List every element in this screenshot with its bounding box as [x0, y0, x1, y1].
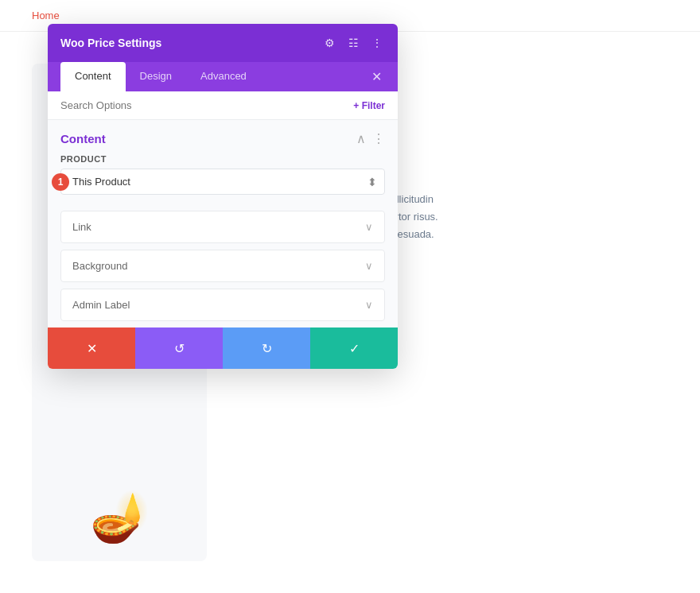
redo-button[interactable]: ↻ [223, 328, 310, 369]
modal-body: + Filter Content ∧ ⋮ Product 1 This Prod… [48, 91, 398, 328]
tab-design[interactable]: Design [126, 62, 186, 91]
product-field-label: Product [60, 154, 385, 164]
accordion-background-label: Background [72, 260, 127, 272]
home-link[interactable]: Home [32, 10, 60, 21]
section-title: Content [60, 132, 106, 145]
settings-modal: Woo Price Settings ⚙ ☷ ⋮ Content Design … [48, 24, 398, 369]
tab-content[interactable]: Content [60, 62, 126, 91]
accordion-link: Link ∨ [60, 211, 385, 243]
content-section-header: Content ∧ ⋮ [48, 120, 398, 154]
tab-advanced[interactable]: Advanced [186, 62, 261, 91]
undo-icon: ↺ [174, 341, 185, 356]
accordion-admin-label-arrow: ∨ [365, 299, 373, 311]
accordion-background-arrow: ∨ [365, 260, 373, 272]
collapse-icon[interactable]: ∧ [356, 131, 366, 146]
accordion-link-header[interactable]: Link ∨ [61, 211, 384, 242]
modal-footer: ✕ ↺ ↻ ✓ [48, 328, 398, 369]
cancel-icon: ✕ [87, 341, 97, 356]
modal-title: Woo Price Settings [60, 37, 161, 49]
save-icon: ✓ [349, 341, 360, 356]
accordion-list: Link ∨ Background ∨ Admin Label ∨ [48, 211, 398, 328]
accordion-link-label: Link [72, 221, 91, 233]
modal-tabs: Content Design Advanced ✕ [48, 62, 398, 91]
settings-icon[interactable]: ⚙ [321, 35, 337, 51]
accordion-link-arrow: ∨ [365, 221, 373, 233]
accordion-admin-label: Admin Label ∨ [60, 289, 385, 321]
search-bar: + Filter [48, 91, 398, 120]
accordion-admin-label-text: Admin Label [72, 299, 130, 311]
header-icons: ⚙ ☷ ⋮ [321, 35, 385, 51]
product-field-group: Product 1 This Product ⬍ [48, 154, 398, 201]
step-badge: 1 [52, 173, 69, 191]
save-button[interactable]: ✓ [310, 328, 398, 369]
accordion-background: Background ∨ [60, 250, 385, 282]
redo-icon: ↻ [262, 341, 272, 356]
cancel-button[interactable]: ✕ [48, 328, 135, 369]
more-menu-icon[interactable]: ⋮ [369, 35, 385, 51]
product-select[interactable]: This Product [60, 169, 385, 195]
columns-icon[interactable]: ☷ [345, 35, 361, 51]
accordion-background-header[interactable]: Background ∨ [61, 250, 384, 281]
accordion-admin-label-header[interactable]: Admin Label ∨ [61, 289, 384, 320]
modal-header: Woo Price Settings ⚙ ☷ ⋮ [48, 24, 398, 62]
filter-button[interactable]: + Filter [353, 100, 385, 111]
search-input[interactable] [60, 99, 353, 111]
lamp-image: 🪔 [90, 489, 150, 545]
section-more-icon[interactable]: ⋮ [372, 131, 385, 146]
spacer [48, 201, 398, 211]
undo-button[interactable]: ↺ [135, 328, 223, 369]
product-select-wrapper: 1 This Product ⬍ [60, 169, 385, 195]
section-controls: ∧ ⋮ [356, 131, 385, 146]
modal-close-button[interactable]: ✕ [368, 62, 385, 91]
